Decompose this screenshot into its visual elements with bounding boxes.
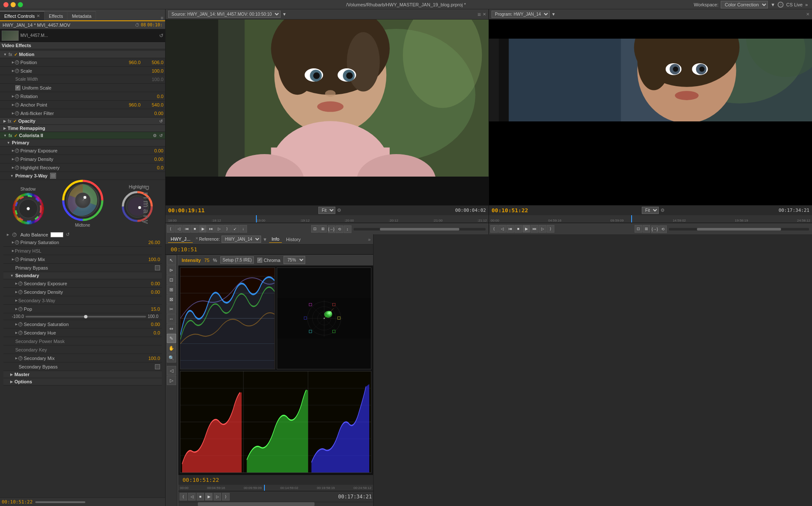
maximize-button[interactable] <box>18 2 23 7</box>
secondary-saturation-value[interactable]: 0.00 <box>139 322 160 327</box>
primary-section[interactable]: ▼ Primary <box>0 139 165 146</box>
position-x[interactable]: 960.0 <box>119 60 140 65</box>
stopwatch-sec-exp[interactable]: ⏱ <box>18 281 22 286</box>
stopwatch-scale[interactable]: ⏱ <box>15 69 19 73</box>
program-close-icon[interactable]: ✕ <box>806 12 809 17</box>
position-y[interactable]: 506.0 <box>142 60 163 65</box>
stopwatch-auto-balance[interactable]: ⏱ <box>12 233 17 237</box>
chroma-checkbox[interactable] <box>257 258 262 263</box>
tool-audio-right[interactable]: ▷ <box>167 376 176 385</box>
stopwatch-prim-mix[interactable]: ⏱ <box>15 257 19 261</box>
motion-enabled[interactable]: ✓ <box>14 52 17 57</box>
program-settings-icon[interactable]: ⚙ <box>660 208 665 213</box>
tool-selection[interactable]: ↖ <box>167 256 176 265</box>
tool-zoom[interactable]: 🔍 <box>167 353 176 363</box>
source-fit-dropdown[interactable]: Fit <box>318 207 335 214</box>
source-timeline-ruler[interactable]: :18:00 :18:12 :19:00 :19:12 :20:00 :20:1… <box>166 215 489 223</box>
tool-pen[interactable]: ✎ <box>167 334 176 343</box>
scrollbar-thumb[interactable] <box>198 502 315 506</box>
anchor-x[interactable]: 960.0 <box>119 102 140 107</box>
tool-razor[interactable]: ✂ <box>167 304 176 314</box>
stopwatch-pop[interactable]: ⏱ <box>18 307 22 311</box>
opacity-section[interactable]: ▶ fx ✓ Opacity ↺ <box>0 118 165 125</box>
secondary-density-value[interactable]: 0.00 <box>139 290 160 295</box>
auto-balance-btn[interactable]: ↺ <box>66 232 70 237</box>
stopwatch-prim-exp[interactable]: ⏱ <box>15 149 19 153</box>
project-menu-icon[interactable]: » <box>368 237 371 242</box>
shadow-wheel[interactable] <box>12 193 44 225</box>
pop-value[interactable]: 15.0 <box>139 306 160 312</box>
source-btn-extra1[interactable]: ⊡ <box>311 225 319 233</box>
primary-saturation-value[interactable]: 26.00 <box>139 240 160 245</box>
stopwatch-prim-sat[interactable]: ⏱ <box>15 240 19 245</box>
source-btn-prev[interactable]: ◁ <box>175 225 183 233</box>
program-fit-dropdown[interactable]: Fit <box>642 207 659 214</box>
program-timeline-ruler[interactable]: 00:00 04:59:16 09:59:09 14:59:02 19:58:1… <box>489 215 812 223</box>
panel-menu-btn[interactable]: ≡ <box>159 15 165 20</box>
minimize-button[interactable] <box>11 2 16 7</box>
source-btn-overwrite[interactable]: ↓ <box>239 225 247 233</box>
tool-roll-edit[interactable]: ⊞ <box>167 285 176 294</box>
tool-audio-left[interactable]: ◁ <box>167 366 176 375</box>
source-btn-step-back[interactable]: ⏮ <box>183 225 191 233</box>
motion-section-header[interactable]: ▼ fx ✓ Motion <box>0 51 165 58</box>
master-section[interactable]: ▶ Master <box>3 371 162 378</box>
prog-btn-next[interactable]: ▷ <box>539 225 546 233</box>
reset-icon[interactable]: ↺ <box>159 33 163 39</box>
auto-balance-chip[interactable] <box>51 232 63 237</box>
tab-effect-controls[interactable]: Effect Controls ✕ <box>0 11 45 20</box>
chroma-dropdown[interactable]: 75% <box>284 256 305 264</box>
source-jog-bar[interactable] <box>354 228 486 231</box>
tl-btn-next[interactable]: ▷ <box>214 493 221 500</box>
stopwatch-sec-mix[interactable]: ⏱ <box>18 356 22 360</box>
program-dropdown[interactable]: Program: HWY_JAN_14 <box>492 11 550 18</box>
source-settings-icon[interactable]: ⚙ <box>337 208 341 213</box>
secondary-exposure-value[interactable]: 0.00 <box>139 281 160 286</box>
prog-btn-extra1[interactable]: ⊡ <box>635 225 642 233</box>
anti-flicker-value[interactable]: 0.00 <box>142 111 163 116</box>
project-tab-clip[interactable]: HWY_J... <box>168 236 193 243</box>
source-btn-sync[interactable]: ↕ <box>344 225 351 233</box>
secondary-bypass-checkbox[interactable] <box>155 364 160 369</box>
reference-dropdown[interactable]: HWY_JAN_14 <box>222 236 261 243</box>
stopwatch-anchor[interactable]: ⏱ <box>15 103 19 107</box>
source-btn-in-out[interactable]: {→} <box>328 225 335 233</box>
primary-density-value[interactable]: 0.00 <box>142 157 163 162</box>
source-close-icon[interactable]: ✕ <box>483 12 486 17</box>
source-btn-step-fwd[interactable]: ⏭ <box>207 225 215 233</box>
stopwatch-rotation[interactable]: ⏱ <box>15 94 19 98</box>
source-btn-play[interactable]: ▶ <box>199 225 207 233</box>
tool-slide[interactable]: ⇔ <box>167 324 176 333</box>
primary-mix-value[interactable]: 100.0 <box>139 257 160 262</box>
opacity-reset[interactable]: ↺ <box>158 119 163 124</box>
midtone-wheel[interactable] <box>62 179 104 222</box>
uniform-scale-checkbox[interactable] <box>15 85 20 90</box>
prog-btn-step-fwd[interactable]: ⏭ <box>531 225 538 233</box>
source-menu-icon[interactable]: ≡ <box>478 11 481 18</box>
tab-close-icon[interactable]: ✕ <box>37 14 40 18</box>
rotation-value[interactable]: 0.0 <box>142 94 163 99</box>
source-dropdown[interactable]: Source: HWY_JAN_14: MVI_4457.MOV: 00:10:… <box>168 11 281 18</box>
primary-bypass-checkbox[interactable] <box>155 265 160 270</box>
prog-btn-stop[interactable]: ■ <box>514 225 522 233</box>
source-btn-insert[interactable]: ↙ <box>231 225 239 233</box>
tab-history[interactable]: History <box>284 236 303 243</box>
stopwatch-sec-sat[interactable]: ⏱ <box>18 322 22 326</box>
scale-width-value[interactable]: 100.0 <box>142 77 163 82</box>
time-remapping-section[interactable]: ▶ Time Remapping <box>0 125 165 132</box>
source-btn-next[interactable]: ▷ <box>215 225 223 233</box>
secondary-hue-value[interactable]: 0.0 <box>139 330 160 335</box>
tab-info[interactable]: Info <box>269 236 282 243</box>
tab-effects[interactable]: Effects <box>45 11 67 20</box>
colorista-section[interactable]: ▼ fx ✓ Colorista II ⚙ ↺ <box>0 132 165 139</box>
prog-btn-prev[interactable]: ◁ <box>498 225 506 233</box>
primary-exposure-value[interactable]: 0.00 <box>142 148 163 153</box>
tool-rate-stretch[interactable]: ⊠ <box>167 295 176 304</box>
close-button[interactable] <box>3 2 8 7</box>
source-btn-mark-out[interactable]: ⟩ <box>223 225 231 233</box>
stopwatch-sec-density[interactable]: ⏱ <box>18 290 22 294</box>
stopwatch-antiflicker[interactable]: ⏱ <box>15 111 19 115</box>
tool-ripple-edit[interactable]: ⊡ <box>167 275 176 284</box>
secondary-mix-value[interactable]: 100.0 <box>139 356 160 361</box>
pop-slider[interactable] <box>25 316 146 318</box>
